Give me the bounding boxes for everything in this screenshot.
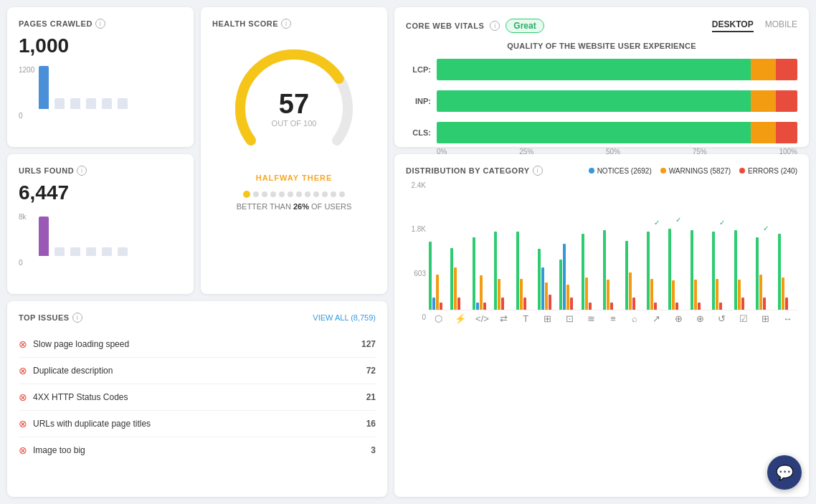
- issue-count-4: 16: [366, 419, 376, 429]
- view-all-link[interactable]: VIEW ALL (8,759): [313, 313, 376, 322]
- dist-bar-group-16: [778, 234, 797, 310]
- dist-bar: [501, 298, 504, 310]
- dot: [279, 191, 285, 197]
- dist-bar-group-0: [429, 242, 448, 310]
- ylabel-1.8k: 1.8K: [406, 225, 426, 233]
- cwv-cls-needs: [751, 122, 776, 143]
- dist-bar-group-3: [494, 232, 513, 310]
- dot: [262, 191, 267, 197]
- dist-bar-green: [625, 241, 628, 310]
- cwv-tabs: DESKTOP MOBILE: [712, 19, 797, 32]
- dist-bar: [785, 298, 788, 310]
- bar: [54, 247, 65, 256]
- dist-bar-green: [712, 232, 715, 310]
- dist-bar: [520, 279, 523, 310]
- dist-dot-notices: [589, 168, 594, 173]
- cwv-badge: Great: [506, 19, 544, 33]
- cwv-lcp-poor: [776, 59, 797, 80]
- urls-found-info-icon[interactable]: i: [77, 166, 87, 176]
- dist-bar: [759, 275, 762, 310]
- dist-bar: [741, 298, 744, 310]
- dist-check-10: ✓: [654, 219, 660, 227]
- chart-max-label: 1200: [19, 66, 34, 74]
- dist-bar: [563, 244, 566, 310]
- dist-bar-group-13: ✓: [712, 232, 731, 310]
- dist-bar: [483, 303, 486, 310]
- issue-count-1: 127: [361, 339, 376, 349]
- tab-mobile[interactable]: MOBILE: [765, 19, 797, 32]
- dist-bar: [782, 277, 784, 310]
- cwv-lcp-great: [437, 59, 751, 80]
- cwv-title: CORE WEB VITALS: [406, 22, 484, 30]
- health-score-title: HEALTH SCORE: [212, 19, 278, 28]
- dist-bar-group-1: [450, 248, 470, 310]
- cwv-inp-row: INP:: [406, 90, 797, 112]
- cwv-cls-row: CLS:: [406, 122, 797, 143]
- dist-legend: NOTICES (2692) WARNINGS (5827) ERRORS (2…: [589, 167, 797, 175]
- ylabel-0: 0: [406, 313, 426, 321]
- cwv-inp-needs: [751, 90, 776, 112]
- dist-bar-group-5: [538, 249, 557, 310]
- dist-bar-green: [756, 237, 759, 310]
- dot: [339, 191, 345, 197]
- dist-bar: [672, 280, 675, 310]
- dist-xicon-7: ≋: [582, 313, 601, 324]
- dist-bar-group-12: [691, 230, 710, 310]
- issue-row-3: ⊗ 4XX HTTP Status Codes 21: [19, 384, 376, 411]
- cwv-title-row: CORE WEB VITALS i Great: [406, 19, 544, 33]
- dist-legend-notices: NOTICES (2692): [589, 167, 652, 175]
- tab-desktop[interactable]: DESKTOP: [712, 19, 754, 32]
- bar: [39, 217, 49, 256]
- dist-header: DISTRIBUTION BY CATEGORY i NOTICES (2692…: [406, 166, 797, 176]
- dist-bar-group-9: [625, 241, 645, 310]
- issues-info-icon[interactable]: i: [72, 313, 82, 323]
- gauge-container: 57 OUT OF 100 HALFWAY THERE BETTER THAN …: [212, 34, 376, 217]
- urls-found-chart: 8k 0: [19, 213, 182, 267]
- chat-button[interactable]: 💬: [767, 455, 802, 490]
- dist-bar: [694, 280, 697, 310]
- pages-crawled-chart: 1200 0: [19, 66, 182, 120]
- dist-info-icon[interactable]: i: [533, 166, 543, 176]
- dist-bar: [585, 277, 588, 310]
- dist-xicon-1: ⚡: [450, 313, 470, 324]
- issue-count-3: 21: [366, 392, 376, 402]
- pages-crawled-info-icon[interactable]: i: [95, 19, 105, 29]
- urls-found-header: URLS FOUND i: [19, 166, 182, 176]
- dist-bar: [549, 295, 551, 310]
- dist-title: DISTRIBUTION BY CATEGORY: [406, 166, 530, 175]
- dist-bar-group-14: [734, 230, 754, 310]
- cwv-info-icon[interactable]: i: [490, 21, 500, 31]
- ylabel-2.4k: 2.4K: [406, 181, 426, 189]
- dist-bar: [650, 279, 653, 310]
- pages-crawled-bars: [19, 66, 182, 109]
- urls-found-card: URLS FOUND i 6,447 8k 0: [7, 154, 194, 294]
- dist-bar-group-15: ✓: [756, 237, 775, 310]
- gauge-out-of-label: OUT OF 100: [272, 119, 317, 128]
- dist-bar-green: [450, 248, 453, 310]
- dist-bar-green: [734, 230, 737, 310]
- dot: [296, 191, 302, 197]
- issue-text-4: URLs with duplicate page titles: [33, 419, 366, 429]
- health-score-header: HEALTH SCORE i: [212, 19, 376, 29]
- bar: [102, 247, 112, 256]
- chat-icon: 💬: [776, 464, 794, 481]
- health-score-info-icon[interactable]: i: [281, 19, 291, 29]
- dist-bar: [541, 267, 544, 310]
- dot: [313, 191, 319, 197]
- dist-bar: [763, 298, 766, 310]
- dist-bar: [654, 303, 657, 310]
- bar: [70, 247, 80, 256]
- dist-dot-errors: [739, 168, 745, 173]
- dist-bar: [545, 282, 548, 310]
- pages-crawled-title: PAGES CRAWLED: [19, 19, 92, 28]
- cwv-header: CORE WEB VITALS i Great DESKTOP MOBILE: [406, 19, 797, 33]
- dist-bar-green: [494, 232, 497, 310]
- cwv-inp-label: INP:: [406, 97, 431, 105]
- bar: [70, 98, 80, 109]
- dist-bar: [629, 272, 632, 310]
- dist-check-11: ✓: [675, 216, 681, 224]
- ylabel-603: 603: [406, 270, 426, 277]
- dot: [253, 191, 259, 197]
- dist-bar-group-2: [473, 237, 492, 310]
- bar: [118, 98, 128, 109]
